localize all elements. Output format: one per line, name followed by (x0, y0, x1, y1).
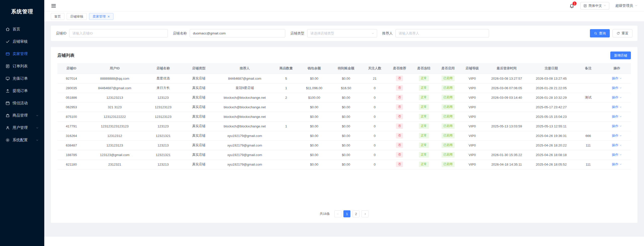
cell-pending-amount: $0.00 (330, 102, 362, 112)
reset-button[interactable]: 重置 (613, 29, 632, 37)
cell-last-login: 2026-01-30 15:35:22 (484, 150, 529, 160)
row-action-link[interactable]: 操作 (612, 162, 622, 167)
status-badge: 否 (396, 123, 403, 129)
row-action-link[interactable]: 操作 (612, 95, 622, 100)
sidebar-item-goods[interactable]: 商品管理 (0, 109, 44, 122)
cell-enabled-status: 已启用 (436, 140, 460, 150)
column-header: 是否冻结 (412, 63, 436, 74)
column-header: 是否推荐 (387, 63, 412, 74)
chevron-down-icon (619, 134, 622, 137)
cell-frozen-status: 正常 (412, 93, 436, 102)
column-header: 店铺类型 (182, 63, 216, 74)
sidebar-item-label: 商品管理 (13, 113, 28, 118)
cell-shop-name: 123123123 (144, 102, 182, 112)
cell-frozen-status: 正常 (412, 150, 436, 160)
status-badge: 正常 (419, 133, 429, 138)
chevron-down-icon (36, 126, 39, 129)
sidebar-item-recharge[interactable]: 充值订单 (0, 72, 44, 85)
cell-register-date: 2025-04-26 18:05:52 (529, 160, 574, 169)
card-header: 店铺列表 新增店铺 (57, 52, 631, 59)
cell-enabled-status: 已启用 (436, 102, 460, 112)
sidebar-item-home[interactable]: 首页 (0, 23, 44, 35)
shop-type-select[interactable]: 请选择店铺类型 (307, 29, 377, 37)
cell-shop-id: 621180 (57, 160, 85, 169)
next-page-button[interactable] (361, 210, 369, 217)
cell-shop-name: 12321321 (144, 150, 182, 160)
cell-shop-type: 真实店铺 (182, 74, 216, 83)
add-shop-button[interactable]: 新增店铺 (610, 52, 631, 59)
cell-shop-name: 星星优选 (144, 74, 182, 83)
referrer-input[interactable] (395, 29, 489, 37)
cell-last-login (484, 102, 529, 112)
close-icon (107, 15, 110, 18)
shops-table: 店铺ID用户ID店铺名称店铺类型推荐人商品数量钱包余额待到账金额关注人数是否推荐… (57, 63, 631, 169)
prev-page-button[interactable] (334, 210, 341, 217)
sidebar-item-seller[interactable]: 卖家管理 (0, 48, 44, 60)
row-action-link[interactable]: 操作 (612, 133, 622, 138)
table-row: 188785123123@gmail.com12321321真实店铺xyu192… (57, 150, 631, 160)
notification-button[interactable]: 1 (569, 3, 574, 8)
shop-id-input[interactable] (69, 29, 168, 37)
topbar: 1 简体中文 超级管理员 (44, 0, 644, 12)
row-action-link[interactable]: 操作 (612, 86, 622, 90)
sidebar-item-settings[interactable]: 系统配置 (0, 134, 44, 146)
action-label: 操作 (612, 143, 618, 147)
shop-name-input[interactable] (190, 29, 285, 37)
row-action-link[interactable]: 操作 (612, 143, 622, 147)
cell-user-id: 2312321 (85, 160, 144, 169)
row-action-link[interactable]: 操作 (612, 153, 622, 157)
chevron-down-icon (619, 106, 622, 108)
tab-item[interactable]: 首页 (51, 13, 64, 20)
cell-shop-level: VIP0 (460, 121, 484, 131)
cell-shop-level: VIP0 (460, 112, 484, 121)
language-selector[interactable]: 简体中文 (580, 2, 609, 10)
cell-referrer: 84464687@gmail.com (215, 74, 274, 83)
page-button-2[interactable]: 2 (352, 210, 359, 217)
row-action-link[interactable]: 操作 (612, 76, 622, 81)
app-root: 系统管理 首页店铺审核卖家管理订单列表充值订单提现订单情侣活动商品管理用户管理系… (0, 0, 644, 246)
cell-goods-count (274, 160, 298, 169)
cell-enabled-status: 已启用 (436, 160, 460, 169)
cell-last-login (484, 112, 529, 121)
cell-shop-type: 真实店铺 (182, 150, 216, 160)
tab-item[interactable]: 店铺审核 (67, 13, 87, 20)
cell-remark: 测试 (574, 93, 603, 102)
page-button-1[interactable]: 1 (343, 210, 350, 217)
cell-followers: 0 (362, 121, 387, 131)
main-column: 1 简体中文 超级管理员 首页店铺审核卖家管理 店铺ID 店铺名称 (44, 0, 644, 246)
cell-wallet-balance: $0.00 (298, 160, 330, 169)
sidebar-toggle-button[interactable] (51, 3, 56, 9)
cell-shop-id: 062953 (57, 102, 85, 112)
sidebar-item-users[interactable]: 用户管理 (0, 122, 44, 134)
pagination-total: 共18条 (320, 212, 330, 216)
cell-pending-amount: $0.00 (330, 112, 362, 121)
shop-name-label: 店铺名称 (173, 31, 187, 36)
cell-referrer: xyu192179@gmail.com (215, 160, 274, 169)
sidebar-item-order-list[interactable]: 订单列表 (0, 60, 44, 72)
tab-item[interactable]: 卖家管理 (89, 13, 113, 20)
hamburger-icon (51, 3, 56, 9)
cell-remark (574, 150, 603, 160)
cell-remark (574, 102, 603, 112)
language-label: 简体中文 (588, 4, 602, 8)
cell-pending-amount: $0.00 (330, 150, 362, 160)
sidebar-item-audit[interactable]: 店铺审核 (0, 35, 44, 48)
row-action-link[interactable]: 操作 (612, 105, 622, 109)
sidebar-item-withdraw[interactable]: 提现订单 (0, 85, 44, 97)
user-menu[interactable]: 超级管理员 (615, 4, 637, 8)
search-button[interactable]: 查询 (590, 29, 610, 37)
sidebar-item-activity[interactable]: 情侣活动 (0, 97, 44, 109)
cell-actions: 操作 (603, 150, 631, 160)
cell-shop-id: 875100 (57, 112, 85, 121)
cell-last-login (484, 140, 529, 150)
cell-frozen-status: 正常 (412, 74, 436, 83)
row-action-link[interactable]: 操作 (612, 124, 622, 128)
cell-followers: 0 (362, 93, 387, 102)
status-badge: 否 (396, 104, 403, 110)
table-row: 417791123123123123123123123真实店铺blockxch@… (57, 121, 631, 131)
cell-shop-name: 123123 (144, 93, 182, 102)
column-header: 是否启用 (436, 63, 460, 74)
row-action-link[interactable]: 操作 (612, 114, 622, 119)
cell-register-date: 2025-04-26 18:08:18 (529, 150, 574, 160)
status-badge: 正常 (419, 152, 429, 158)
